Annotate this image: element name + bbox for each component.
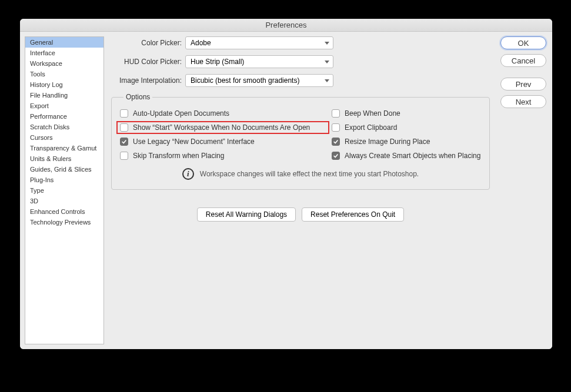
interpolation-label: Image Interpolation: xyxy=(111,76,182,85)
color-picker-select[interactable]: Adobe xyxy=(185,36,333,49)
sidebar-item-units-rulers[interactable]: Units & Rulers xyxy=(25,153,103,164)
sidebar-item-scratch-disks[interactable]: Scratch Disks xyxy=(25,122,103,132)
interpolation-select[interactable]: Bicubic (best for smooth gradients) xyxy=(185,74,333,87)
sidebar-item-transparency-gamut[interactable]: Transparency & Gamut xyxy=(25,143,103,153)
sidebar: GeneralInterfaceWorkspaceToolsHistory Lo… xyxy=(25,36,104,344)
option-label: Beep When Done xyxy=(345,109,400,118)
option-right-0[interactable]: Beep When Done xyxy=(332,109,481,118)
sidebar-item-interface[interactable]: Interface xyxy=(25,48,103,58)
option-label: Show “Start” Workspace When No Documents… xyxy=(133,123,310,132)
sidebar-item-performance[interactable]: Performance xyxy=(25,111,103,122)
checkbox-icon[interactable] xyxy=(120,138,128,146)
sidebar-item-type[interactable]: Type xyxy=(25,185,103,196)
prev-button[interactable]: Prev xyxy=(500,78,546,91)
sidebar-item-export[interactable]: Export xyxy=(25,100,103,111)
option-label: Always Create Smart Objects when Placing xyxy=(345,152,480,160)
reset-warnings-button[interactable]: Reset All Warning Dialogs xyxy=(197,207,296,222)
cancel-button[interactable]: Cancel xyxy=(500,54,546,67)
sidebar-item-technology-previews[interactable]: Technology Previews xyxy=(25,217,103,227)
action-buttons: OK Cancel Prev Next xyxy=(497,36,547,344)
sidebar-item-guides-grid-slices[interactable]: Guides, Grid & Slices xyxy=(25,164,103,175)
option-left-0[interactable]: Auto-Update Open Documents xyxy=(120,109,326,118)
options-note: Workspace changes will take effect the n… xyxy=(200,170,419,178)
hud-color-picker-value: Hue Strip (Small) xyxy=(191,58,244,66)
preferences-window: Preferences GeneralInterfaceWorkspaceToo… xyxy=(20,19,552,349)
checkbox-icon[interactable] xyxy=(120,109,128,118)
sidebar-item-general[interactable]: General xyxy=(25,37,103,48)
sidebar-item-cursors[interactable]: Cursors xyxy=(25,132,103,143)
option-label: Use Legacy “New Document” Interface xyxy=(133,138,255,146)
sidebar-item-tools[interactable]: Tools xyxy=(25,69,103,79)
checkbox-icon[interactable] xyxy=(120,152,128,160)
option-right-1[interactable]: Export Clipboard xyxy=(332,123,481,132)
next-button[interactable]: Next xyxy=(500,95,546,108)
option-label: Skip Transform when Placing xyxy=(133,152,224,160)
ok-button[interactable]: OK xyxy=(500,36,546,49)
interpolation-value: Bicubic (best for smooth gradients) xyxy=(191,76,299,85)
window-title: Preferences xyxy=(265,21,306,29)
option-left-3[interactable]: Skip Transform when Placing xyxy=(120,152,326,160)
option-left-2[interactable]: Use Legacy “New Document” Interface xyxy=(120,138,326,146)
checkbox-icon[interactable] xyxy=(332,138,340,146)
checkbox-icon[interactable] xyxy=(332,109,340,118)
chevron-down-icon xyxy=(325,59,329,64)
sidebar-item-3d[interactable]: 3D xyxy=(25,196,103,206)
option-label: Auto-Update Open Documents xyxy=(133,109,229,118)
option-label: Resize Image During Place xyxy=(345,138,430,146)
color-picker-value: Adobe xyxy=(191,39,211,47)
window-body: GeneralInterfaceWorkspaceToolsHistory Lo… xyxy=(20,32,552,349)
checkbox-icon[interactable] xyxy=(332,123,340,132)
checkbox-icon[interactable] xyxy=(120,123,128,132)
option-label: Export Clipboard xyxy=(345,123,397,132)
sidebar-item-plug-ins[interactable]: Plug-Ins xyxy=(25,175,103,185)
option-right-2[interactable]: Resize Image During Place xyxy=(332,138,481,146)
options-fieldset: Options Auto-Update Open DocumentsBeep W… xyxy=(111,93,490,190)
sidebar-item-workspace[interactable]: Workspace xyxy=(25,58,103,69)
window-titlebar: Preferences xyxy=(20,19,552,32)
chevron-down-icon xyxy=(325,41,329,45)
options-legend: Options xyxy=(123,93,152,101)
hud-color-picker-label: HUD Color Picker: xyxy=(111,58,182,66)
reset-prefs-button[interactable]: Reset Preferences On Quit xyxy=(302,207,404,222)
main-panel: Color Picker: Adobe HUD Color Picker: Hu… xyxy=(104,36,497,344)
chevron-down-icon xyxy=(325,78,329,83)
option-right-3[interactable]: Always Create Smart Objects when Placing xyxy=(332,152,481,160)
info-icon: i xyxy=(182,168,194,180)
option-left-1[interactable]: Show “Start” Workspace When No Documents… xyxy=(116,121,329,134)
sidebar-item-history-log[interactable]: History Log xyxy=(25,79,103,90)
color-picker-label: Color Picker: xyxy=(111,39,182,47)
checkbox-icon[interactable] xyxy=(332,152,340,160)
sidebar-item-enhanced-controls[interactable]: Enhanced Controls xyxy=(25,206,103,217)
sidebar-item-file-handling[interactable]: File Handling xyxy=(25,90,103,100)
hud-color-picker-select[interactable]: Hue Strip (Small) xyxy=(185,55,333,68)
